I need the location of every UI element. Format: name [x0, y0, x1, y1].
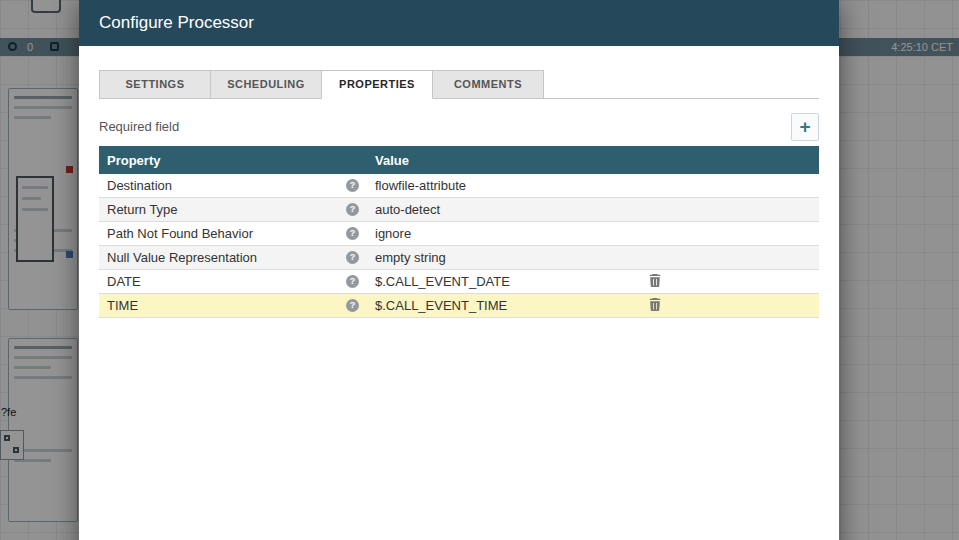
column-header-label: Property — [107, 153, 160, 168]
screen: ?fe 0 4:25:10 CET Configure Processor SE… — [0, 0, 959, 540]
table-body: Destination ? flowfile-attribute Return … — [99, 174, 819, 318]
plus-icon: + — [799, 116, 810, 137]
property-cell: TIME ? — [99, 298, 367, 313]
dialog-title: Configure Processor — [79, 0, 839, 46]
property-value[interactable]: ignore — [367, 226, 639, 241]
actions-cell — [639, 298, 819, 314]
column-header-property: Property — [99, 153, 367, 168]
property-row[interactable]: TIME ? $.CALL_EVENT_TIME — [99, 294, 819, 318]
property-row[interactable]: Null Value Representation ? empty string — [99, 246, 819, 270]
properties-table: Property Value Destination ? flowfile-at… — [99, 146, 819, 318]
help-icon[interactable]: ? — [346, 227, 359, 240]
property-name: Null Value Representation — [107, 250, 257, 265]
property-cell: Null Value Representation ? — [99, 250, 367, 265]
configure-processor-dialog: Configure Processor SETTINGS SCHEDULING … — [79, 0, 839, 540]
delete-property-button[interactable] — [649, 298, 661, 311]
property-name: Path Not Found Behavior — [107, 226, 253, 241]
dialog-body: SETTINGS SCHEDULING PROPERTIES COMMENTS … — [79, 70, 839, 318]
help-icon[interactable]: ? — [346, 251, 359, 264]
property-value[interactable]: flowfile-attribute — [367, 178, 639, 193]
property-name: DATE — [107, 274, 141, 289]
tab-comments[interactable]: COMMENTS — [432, 70, 544, 99]
property-name: Return Type — [107, 202, 178, 217]
property-row[interactable]: Path Not Found Behavior ? ignore — [99, 222, 819, 246]
required-field-label: Required field — [99, 119, 179, 134]
tab-bar: SETTINGS SCHEDULING PROPERTIES COMMENTS — [99, 70, 819, 99]
tab-properties[interactable]: PROPERTIES — [321, 70, 433, 99]
property-value[interactable]: $.CALL_EVENT_DATE — [367, 274, 639, 289]
actions-cell — [639, 274, 819, 290]
table-toolbar: Required field + — [99, 112, 819, 141]
tab-scheduling[interactable]: SCHEDULING — [210, 70, 322, 99]
property-name: Destination — [107, 178, 172, 193]
property-row[interactable]: Destination ? flowfile-attribute — [99, 174, 819, 198]
help-icon[interactable]: ? — [346, 299, 359, 312]
help-icon[interactable]: ? — [346, 179, 359, 192]
property-name: TIME — [107, 298, 138, 313]
property-cell: DATE ? — [99, 274, 367, 289]
property-value[interactable]: auto-detect — [367, 202, 639, 217]
tab-settings[interactable]: SETTINGS — [99, 70, 211, 99]
column-header-value: Value — [367, 153, 639, 168]
property-value[interactable]: $.CALL_EVENT_TIME — [367, 298, 639, 313]
help-icon[interactable]: ? — [346, 275, 359, 288]
table-header-row: Property Value — [99, 146, 819, 174]
property-cell: Destination ? — [99, 178, 367, 193]
delete-property-button[interactable] — [649, 274, 661, 287]
help-icon[interactable]: ? — [346, 203, 359, 216]
property-cell: Return Type ? — [99, 202, 367, 217]
property-value[interactable]: empty string — [367, 250, 639, 265]
add-property-button[interactable]: + — [791, 113, 819, 141]
property-row[interactable]: DATE ? $.CALL_EVENT_DATE — [99, 270, 819, 294]
property-row[interactable]: Return Type ? auto-detect — [99, 198, 819, 222]
property-cell: Path Not Found Behavior ? — [99, 226, 367, 241]
